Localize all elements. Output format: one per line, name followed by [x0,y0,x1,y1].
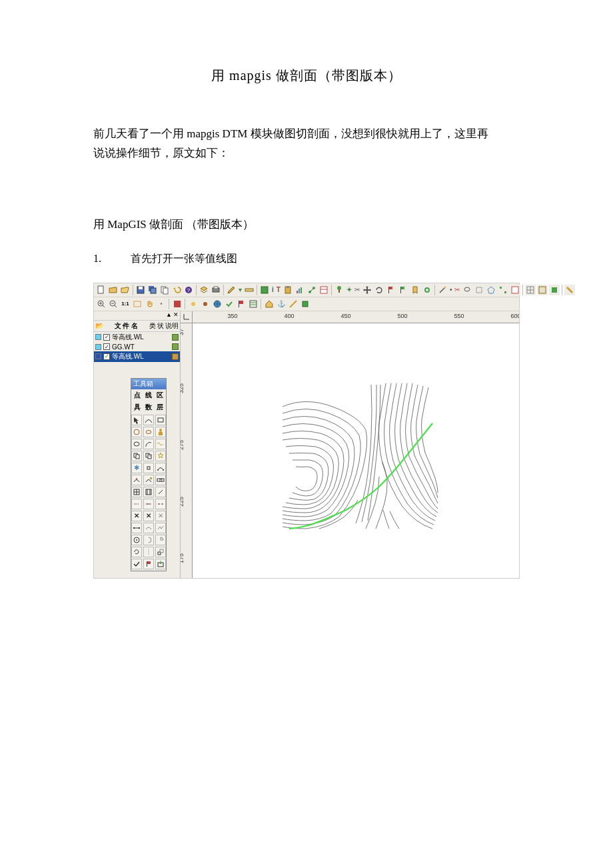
tool-field-icon[interactable]: 田 [155,475,166,485]
node-edit-icon[interactable] [306,285,317,295]
zoom-window-icon[interactable] [132,299,143,309]
tool-curve-icon[interactable] [143,415,154,425]
tree-icon[interactable] [334,285,344,295]
info-icon[interactable]: i [271,285,275,295]
pan-icon[interactable] [144,299,155,309]
settings-icon[interactable] [422,285,432,295]
tool-arc-icon[interactable] [143,439,154,449]
refresh-small-icon[interactable]: • [156,299,167,309]
new-file-icon[interactable] [96,285,107,295]
tool-oval-icon[interactable] [131,439,142,449]
rotate-icon[interactable] [374,285,384,295]
tool-line-h-icon[interactable] [131,523,142,533]
point-yellow-icon[interactable] [188,299,199,309]
tool-ellipse-icon[interactable] [143,427,154,437]
hatch-icon[interactable] [248,299,259,309]
cut-icon[interactable]: ✂ [454,285,460,295]
paint-icon[interactable] [564,285,575,295]
fill-icon[interactable] [172,299,183,309]
layer-row-active[interactable]: ✓ 等高线.WL [94,351,180,362]
toolbox-cat-line[interactable]: 线 [145,391,152,400]
print-icon[interactable] [211,285,221,295]
tool-scale-icon[interactable] [155,547,166,557]
toolbox-cat-region[interactable]: 区 [157,391,163,400]
move-icon[interactable] [362,285,372,295]
help-icon[interactable]: ? [183,285,194,295]
tool-flag-icon[interactable] [143,559,154,569]
tool-wand-icon[interactable] [155,487,166,497]
scissors-icon[interactable]: ✂ [354,285,360,295]
flag-green-icon[interactable] [398,285,408,295]
grid-icon[interactable] [525,285,536,295]
tool-rect-icon[interactable] [155,415,166,425]
toolbox-cat-point[interactable]: 点 [134,391,141,400]
tool-x-icon[interactable]: ✕ [131,511,142,521]
floating-toolbox[interactable]: 工具箱 点 线 区 具 数 层 [131,378,167,571]
drawing-canvas[interactable] [193,323,519,578]
tool-check-icon[interactable] [131,559,142,569]
panel-close-icon[interactable]: ✕ [173,311,179,320]
tool-copy-icon[interactable] [131,451,142,461]
tool-simplify-icon[interactable] [155,523,166,533]
layer-row[interactable]: ✓ 等高线.WL [94,332,180,343]
tool-quarter-icon[interactable] [155,535,166,545]
flag-icon[interactable] [236,299,247,309]
home-icon[interactable] [264,299,275,309]
toolbox-cat-tool[interactable]: 具 [134,403,141,412]
tool-grid2-icon[interactable] [143,487,154,497]
tool-export-icon[interactable] [155,559,166,569]
check-green-icon[interactable] [224,299,235,309]
tool-square-small-icon[interactable] [143,463,154,473]
toolbox-titlebar[interactable]: 工具箱 [131,379,166,389]
tool-mirror-icon[interactable] [143,547,154,557]
export-icon[interactable] [549,285,560,295]
anchor-icon[interactable]: ⚓ [276,299,287,309]
ruler-icon[interactable] [244,285,255,295]
select-rect-icon[interactable] [474,285,484,295]
layer-visible-checkbox[interactable]: ✓ [103,353,110,360]
tool-paste-icon[interactable] [143,451,154,461]
layer-visible-checkbox[interactable]: ✓ [103,334,110,341]
tool-person-icon[interactable] [155,427,166,437]
compass-icon[interactable]: ✦ [346,285,352,295]
tool-snow-icon[interactable]: ✱ [131,463,142,473]
lasso-icon[interactable] [462,285,472,295]
open-folder-icon[interactable] [120,285,131,295]
tool-spline-icon[interactable] [155,439,166,449]
tool-circle-icon[interactable] [131,427,142,437]
eyedropper-icon[interactable]: ▾ [238,285,243,295]
table-icon[interactable] [537,285,548,295]
wand-icon[interactable] [437,285,448,295]
tool-trim-icon[interactable] [131,499,142,509]
toolbox-cat-data[interactable]: 数 [145,403,152,412]
tool-break-icon[interactable] [155,499,166,509]
polygon-icon[interactable] [486,285,496,295]
toolbox-cat-layer[interactable]: 层 [157,403,163,412]
measure-icon[interactable] [288,299,299,309]
zoom-11-icon[interactable]: 1:1 [120,299,131,309]
point-brown-icon[interactable] [200,299,211,309]
dot-tool-icon[interactable]: • [449,285,453,295]
tool-star-icon[interactable] [155,451,166,461]
chart-icon[interactable] [295,285,305,295]
tool-rotate-icon[interactable] [131,547,142,557]
area-icon[interactable] [300,299,310,309]
pencil-icon[interactable] [226,285,237,295]
save-icon[interactable] [135,285,146,295]
tool-edit-curve-icon[interactable] [155,463,166,473]
attributes-icon[interactable] [318,285,329,295]
text-tool-icon[interactable]: T [276,285,281,295]
panel-collapse-icon[interactable]: ▲ [166,311,172,320]
tool-grid-icon[interactable] [131,487,142,497]
save-all-icon[interactable] [147,285,158,295]
edit-node-icon[interactable] [498,285,508,295]
tool-extend-icon[interactable] [143,499,154,509]
tool-xdot-icon[interactable]: ✕ [155,511,166,521]
bookmark-icon[interactable] [410,285,420,295]
layer-row[interactable]: ✓ GG.WT [94,343,180,351]
flag-red-icon[interactable] [386,285,396,295]
tool-half-icon[interactable] [143,535,154,545]
tool-x2-icon[interactable]: ✕ [143,511,154,521]
attributes2-icon[interactable] [510,285,520,295]
tool-edit-curve2-icon[interactable] [131,475,142,485]
